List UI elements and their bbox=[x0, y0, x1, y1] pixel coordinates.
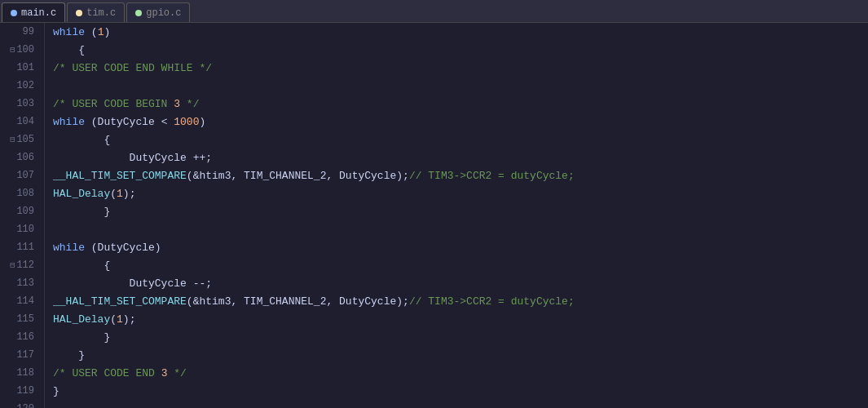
fold-icon[interactable]: ⊟ bbox=[10, 260, 15, 270]
tab-dot-main bbox=[11, 10, 17, 16]
code-line: while (DutyCycle) bbox=[53, 238, 868, 256]
code-line: } bbox=[53, 328, 868, 346]
code-line: /* USER CODE BEGIN 3 */ bbox=[53, 95, 868, 113]
code-line bbox=[53, 220, 868, 238]
code-line: } bbox=[53, 382, 868, 400]
code-line bbox=[53, 400, 868, 408]
line-number: 107 bbox=[0, 166, 37, 184]
tab-gpio-c[interactable]: gpio.c bbox=[126, 2, 190, 22]
line-number: 108 bbox=[0, 184, 37, 202]
tab-label-main: main.c bbox=[21, 7, 56, 19]
tab-bar: main.c tim.c gpio.c bbox=[0, 0, 868, 23]
line-number: 119 bbox=[0, 382, 37, 400]
code-line: /* USER CODE END WHILE */ bbox=[53, 59, 868, 77]
tab-main-c[interactable]: main.c bbox=[2, 2, 65, 22]
code-line: } bbox=[53, 202, 868, 220]
code-line: /* USER CODE END 3 */ bbox=[53, 364, 868, 382]
line-number: 99 bbox=[0, 23, 37, 41]
tab-label-gpio: gpio.c bbox=[146, 7, 181, 19]
line-number: ⊟105 bbox=[0, 131, 37, 149]
line-number: 113 bbox=[0, 274, 37, 292]
code-area: while (1) { /* USER CODE END WHILE */ /*… bbox=[45, 23, 868, 408]
line-number: 110 bbox=[0, 220, 37, 238]
line-number: 104 bbox=[0, 113, 37, 131]
line-number: 103 bbox=[0, 95, 37, 113]
line-number: 111 bbox=[0, 238, 37, 256]
fold-icon[interactable]: ⊟ bbox=[10, 45, 15, 55]
code-line: while (1) bbox=[53, 23, 868, 41]
code-line: HAL_Delay(1); bbox=[53, 310, 868, 328]
tab-label-tim: tim.c bbox=[86, 7, 116, 19]
line-number: 118 bbox=[0, 364, 37, 382]
line-number: 116 bbox=[0, 328, 37, 346]
code-line: DutyCycle ++; bbox=[53, 149, 868, 166]
fold-icon[interactable]: ⊟ bbox=[10, 135, 15, 144]
tab-dot-gpio bbox=[135, 10, 142, 16]
code-line: __HAL_TIM_SET_COMPARE(&htim3, TIM_CHANNE… bbox=[53, 292, 868, 310]
code-line: HAL_Delay(1); bbox=[53, 184, 868, 202]
tab-dot-tim bbox=[76, 10, 82, 16]
line-number: 115 bbox=[0, 310, 37, 328]
gutter: 99⊟100101102103104⊟105106107108109110111… bbox=[0, 23, 45, 408]
code-line: __HAL_TIM_SET_COMPARE(&htim3, TIM_CHANNE… bbox=[53, 166, 868, 184]
line-number: 117 bbox=[0, 346, 37, 364]
code-line: { bbox=[53, 41, 868, 59]
code-line bbox=[53, 77, 868, 95]
line-number: ⊟100 bbox=[0, 41, 37, 59]
line-number: 114 bbox=[0, 292, 37, 310]
tab-tim-c[interactable]: tim.c bbox=[67, 2, 125, 22]
code-line: DutyCycle --; bbox=[53, 274, 868, 292]
line-number: 120 bbox=[0, 400, 37, 408]
code-line: } bbox=[53, 346, 868, 364]
code-line: { bbox=[53, 256, 868, 274]
editor: 99⊟100101102103104⊟105106107108109110111… bbox=[0, 23, 868, 408]
code-line: { bbox=[53, 131, 868, 149]
line-number: ⊟112 bbox=[0, 256, 37, 274]
code-line: while (DutyCycle < 1000) bbox=[53, 113, 868, 131]
line-number: 102 bbox=[0, 77, 37, 95]
line-number: 101 bbox=[0, 59, 37, 77]
line-number: 109 bbox=[0, 202, 37, 220]
line-number: 106 bbox=[0, 149, 37, 166]
